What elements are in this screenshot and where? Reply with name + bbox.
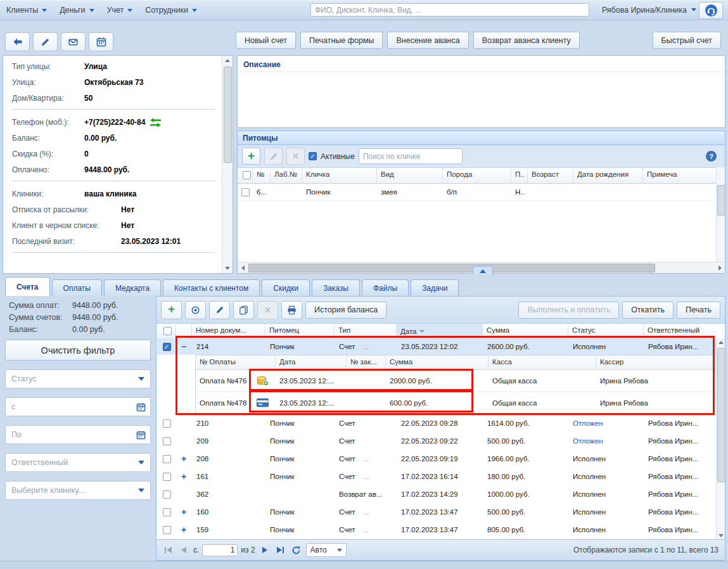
invoice-row[interactable]: + 159 Пончик Счет... 17.02.2023 13:47 80… — [157, 521, 716, 539]
first-page-button[interactable] — [162, 544, 174, 556]
collapse-row-icon[interactable]: − — [176, 343, 193, 350]
calendar-button[interactable] — [89, 32, 113, 51]
expand-row-icon[interactable]: + — [176, 527, 193, 533]
advance-deposit-button[interactable]: Внесение аванса — [387, 32, 468, 49]
column-header[interactable]: № Оплаты — [196, 355, 276, 370]
invoice-row[interactable]: 209 Пончик Счет 22.05.2023 09:22 500.00 … — [157, 432, 716, 450]
tab-files[interactable]: Файлы — [362, 279, 409, 296]
column-header[interactable]: Порода — [443, 168, 511, 184]
column-header[interactable]: № — [253, 168, 271, 184]
active-pets-checkbox[interactable]: ✓ — [309, 152, 317, 160]
scrollbar-thumb[interactable] — [248, 264, 655, 272]
page-number-input[interactable] — [202, 544, 238, 556]
last-page-button[interactable] — [274, 544, 287, 556]
expand-row-icon[interactable]: + — [176, 473, 193, 480]
print-forms-button[interactable]: Печатные формы — [300, 32, 383, 49]
send-mail-button[interactable] — [61, 32, 86, 51]
column-header[interactable]: П.. — [511, 168, 528, 184]
menu-accounting[interactable]: Учет — [101, 6, 139, 15]
edit-pet-button[interactable] — [264, 148, 283, 165]
row-checkbox[interactable] — [163, 473, 171, 481]
tab-discounts[interactable]: Скидки — [262, 279, 310, 296]
row-checkbox[interactable] — [163, 455, 171, 463]
responsible-filter-select[interactable]: Ответственный — [5, 453, 151, 472]
invoice-row[interactable]: 210 Пончик Счет 22.05.2023 09:28 1614.00… — [157, 414, 716, 432]
row-checkbox[interactable] — [163, 490, 171, 499]
calendar-icon[interactable] — [136, 402, 146, 412]
payment-row[interactable]: Оплата №476 23.05.2023 12:... 2000.00 ру… — [196, 370, 716, 392]
page-mode-select[interactable]: Авто — [306, 543, 347, 557]
delete-invoice-button[interactable]: ✕ — [257, 301, 278, 319]
tab-tasks[interactable]: Задачи — [411, 279, 459, 296]
invoice-row[interactable]: ✓ − 214 Пончик Счет... 23.05.2023 12:02 … — [157, 338, 716, 355]
edit-invoice-button[interactable] — [209, 301, 230, 319]
column-header[interactable]: Лаб.№ — [271, 168, 302, 184]
column-header[interactable]: Ответственный — [644, 324, 717, 339]
tab-orders[interactable]: Заказы — [312, 279, 360, 296]
scroll-left-icon[interactable] — [238, 262, 248, 273]
add-pet-button[interactable]: + — [242, 148, 260, 165]
tab-payments[interactable]: Оплаты — [52, 279, 102, 296]
column-header[interactable]: Возраст — [528, 168, 573, 184]
expand-row-icon[interactable]: + — [176, 509, 193, 515]
column-header[interactable]: Кличка — [302, 168, 377, 184]
calendar-icon[interactable] — [136, 430, 146, 440]
back-button[interactable] — [5, 32, 30, 51]
status-filter-select[interactable]: Статус — [5, 369, 151, 388]
pets-scrollbar[interactable] — [716, 167, 725, 262]
invoice-row[interactable]: + 161 Пончик Счет... 17.02.2023 16:14 18… — [157, 468, 716, 485]
invoice-row[interactable]: 362 Возврат ав... 17.02.2023 14:29 1000.… — [157, 485, 716, 503]
scrollbar-thumb[interactable] — [224, 67, 232, 163]
print-button[interactable]: Печать — [677, 302, 720, 319]
menu-clients[interactable]: Клиенты — [0, 6, 53, 15]
clinic-filter-select[interactable]: Выберите клинику... — [5, 481, 151, 500]
select-all-pets-checkbox[interactable] — [238, 168, 253, 184]
column-header[interactable]: Статус — [568, 324, 644, 339]
column-header[interactable]: Сумма — [483, 324, 568, 339]
column-header[interactable]: Тип — [335, 324, 397, 339]
select-all-invoices-checkbox[interactable] — [156, 324, 176, 339]
menu-money[interactable]: Деньги — [53, 6, 100, 15]
column-header[interactable]: Вид — [377, 168, 443, 184]
invoices-scrollbar[interactable] — [716, 338, 725, 540]
execute-and-pay-button[interactable]: Выполнить и оплатить — [518, 302, 619, 319]
row-checkbox[interactable] — [163, 508, 171, 516]
menu-staff[interactable]: Сотрудники — [139, 6, 203, 15]
collapse-splitter-handle[interactable] — [473, 266, 493, 275]
support-call-button[interactable] — [699, 2, 723, 19]
row-checkbox[interactable]: ✓ — [163, 343, 171, 351]
column-header-sorted[interactable]: Дата — [397, 324, 483, 339]
copy-invoice-button[interactable] — [233, 301, 254, 319]
edit-client-button[interactable] — [33, 32, 58, 51]
tab-invoices[interactable]: Счета — [5, 277, 50, 296]
column-header[interactable]: Сумма — [386, 355, 489, 370]
date-from-filter[interactable]: с — [5, 397, 151, 416]
row-checkbox[interactable] — [163, 419, 171, 428]
help-icon[interactable]: ? — [706, 151, 717, 162]
date-to-filter[interactable]: По — [5, 425, 151, 444]
column-header[interactable]: № зак... — [347, 355, 386, 370]
advance-refund-button[interactable]: Возврат аванса клиенту — [473, 32, 580, 49]
payment-row[interactable]: Оплата №478 23.05.2023 12:... 600.00 руб… — [196, 392, 716, 414]
scroll-up-icon[interactable] — [222, 56, 233, 65]
invoice-row[interactable]: + 160 Пончик Счет... 17.02.2023 13:47 50… — [157, 503, 716, 521]
scrollbar-thumb[interactable] — [717, 185, 725, 215]
column-header[interactable]: Дата рождения — [573, 168, 643, 184]
refresh-button[interactable] — [290, 544, 303, 556]
user-menu[interactable]: Рябова Ирина/Клиника — [602, 1, 696, 19]
row-checkbox[interactable] — [163, 526, 171, 534]
scroll-down-icon[interactable] — [222, 264, 233, 273]
column-header[interactable]: Кассир — [596, 355, 716, 370]
quick-invoice-button[interactable]: Быстрый счет — [653, 32, 721, 49]
expand-row-icon[interactable]: + — [176, 456, 193, 462]
description-textarea[interactable] — [238, 72, 725, 125]
column-header[interactable]: Питомец — [265, 324, 335, 339]
pet-row[interactable]: 6... Пончик змея б/п Н.. — [238, 184, 717, 201]
swap-arrows-icon[interactable] — [150, 118, 162, 127]
row-checkbox[interactable] — [163, 437, 171, 445]
tab-medcard[interactable]: Медкарта — [104, 279, 161, 296]
balance-history-button[interactable]: История баланса — [305, 302, 386, 319]
next-page-button[interactable] — [259, 544, 271, 556]
column-header[interactable]: Касса — [489, 355, 596, 370]
row-checkbox[interactable] — [241, 188, 250, 196]
